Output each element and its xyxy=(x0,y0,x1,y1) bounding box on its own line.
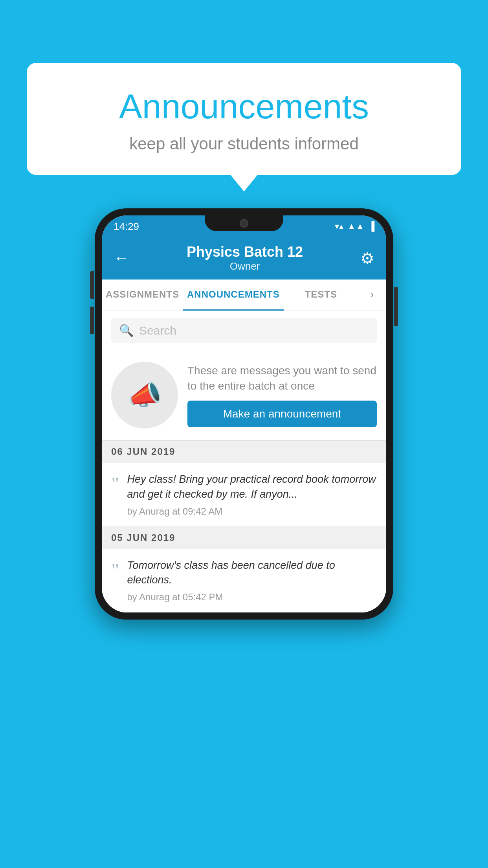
megaphone-icon: 📣 xyxy=(128,379,162,411)
bubble-title: Announcements xyxy=(46,86,442,127)
announcement-text-2: Tomorrow's class has been cancelled due … xyxy=(127,558,377,588)
phone-notch xyxy=(205,215,283,231)
promo-icon-circle: 📣 xyxy=(111,362,178,428)
announcement-content-2: Tomorrow's class has been cancelled due … xyxy=(127,558,377,603)
back-button[interactable]: ← xyxy=(114,249,129,267)
bubble-subtitle: keep all your students informed xyxy=(46,134,442,153)
tab-tests[interactable]: TESTS xyxy=(284,280,358,311)
power-button xyxy=(394,287,398,326)
search-placeholder: Search xyxy=(139,324,176,337)
phone-outer: 14:29 ▾▴ ▲▲ ▐ ← Physics Batch 12 Owner ⚙… xyxy=(95,208,393,620)
volume-up-button xyxy=(90,271,94,299)
tab-more[interactable]: › xyxy=(358,280,386,311)
speech-bubble-section: Announcements keep all your students inf… xyxy=(27,63,461,175)
phone-mockup: 14:29 ▾▴ ▲▲ ▐ ← Physics Batch 12 Owner ⚙… xyxy=(95,208,393,620)
status-icons: ▾▴ ▲▲ ▐ xyxy=(335,221,374,232)
status-time: 14:29 xyxy=(114,221,139,233)
tab-assignments[interactable]: ASSIGNMENTS xyxy=(102,280,183,311)
tab-announcements[interactable]: ANNOUNCEMENTS xyxy=(183,280,284,311)
search-container: 🔍 Search xyxy=(102,311,386,350)
front-camera xyxy=(240,219,248,228)
announcement-meta-1: by Anurag at 09:42 AM xyxy=(127,506,377,517)
date-label-1: 06 JUN 2019 xyxy=(111,446,175,457)
quote-icon-1: " xyxy=(111,472,119,492)
header-title-area: Physics Batch 12 Owner xyxy=(129,244,360,272)
header-batch-name: Physics Batch 12 xyxy=(129,244,360,260)
volume-down-button xyxy=(90,307,94,334)
make-announcement-button[interactable]: Make an announcement xyxy=(187,401,377,427)
search-bar[interactable]: 🔍 Search xyxy=(111,318,377,343)
announcement-text-1: Hey class! Bring your practical record b… xyxy=(127,472,377,502)
date-divider-2: 05 JUN 2019 xyxy=(102,527,386,549)
announcement-item-2[interactable]: " Tomorrow's class has been cancelled du… xyxy=(102,549,386,613)
app-header: ← Physics Batch 12 Owner ⚙ xyxy=(102,237,386,280)
date-label-2: 05 JUN 2019 xyxy=(111,532,175,543)
announcement-content-1: Hey class! Bring your practical record b… xyxy=(127,472,377,517)
promo-right: These are messages you want to send to t… xyxy=(187,363,377,427)
tabs-container: ASSIGNMENTS ANNOUNCEMENTS TESTS › xyxy=(102,280,386,311)
announcement-meta-2: by Anurag at 05:42 PM xyxy=(127,592,377,603)
promo-section: 📣 These are messages you want to send to… xyxy=(102,350,386,441)
wifi-icon: ▾▴ xyxy=(335,221,343,232)
phone-screen: 14:29 ▾▴ ▲▲ ▐ ← Physics Batch 12 Owner ⚙… xyxy=(102,215,386,612)
announcement-item-1[interactable]: " Hey class! Bring your practical record… xyxy=(102,463,386,527)
date-divider-1: 06 JUN 2019 xyxy=(102,441,386,463)
signal-icon: ▲▲ xyxy=(347,221,365,232)
header-role: Owner xyxy=(129,260,360,272)
speech-bubble-card: Announcements keep all your students inf… xyxy=(27,63,461,175)
promo-text: These are messages you want to send to t… xyxy=(187,363,377,394)
battery-icon: ▐ xyxy=(368,221,374,232)
settings-icon[interactable]: ⚙ xyxy=(360,249,374,267)
quote-icon-2: " xyxy=(111,558,119,578)
search-icon: 🔍 xyxy=(119,324,134,337)
